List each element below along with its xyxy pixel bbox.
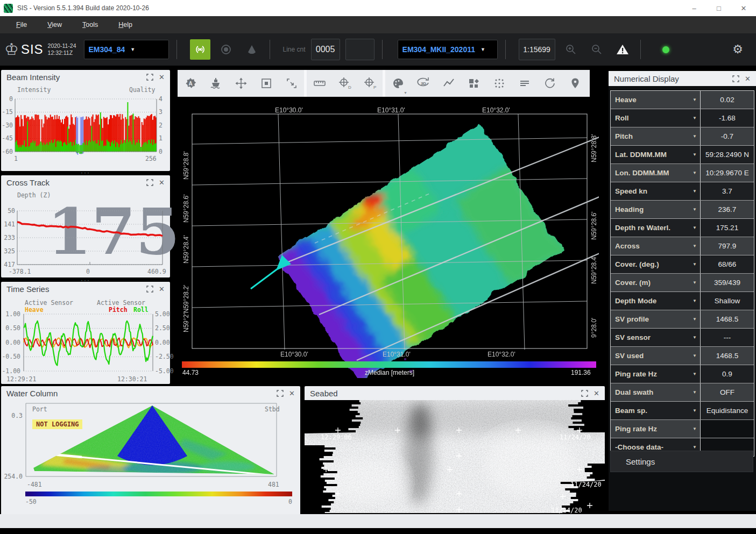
maximize-panel-icon[interactable] (146, 179, 153, 186)
date-label: 11/24/20 (570, 481, 602, 488)
maximize-panel-icon[interactable] (732, 75, 739, 82)
palette-button[interactable]: ▼ (385, 70, 411, 97)
numerical-row-selector[interactable]: Dual swath ▼ (611, 383, 701, 401)
svg-text:D: D (348, 85, 351, 90)
close-panel-icon[interactable]: ✕ (159, 74, 165, 81)
numerical-row-selector[interactable]: Roll ▼ (611, 109, 701, 127)
numerical-row: Dual swath ▼ OFF (611, 383, 754, 402)
maximize-panel-icon[interactable] (277, 390, 284, 397)
zoom-extent-icon (260, 77, 273, 90)
maximize-panel-icon[interactable] (146, 286, 153, 293)
pu-dropdown[interactable]: EM304_MKII_202011 ▼ (398, 40, 498, 59)
numerical-row-selector[interactable]: Cover. (m) ▼ (611, 274, 701, 291)
lines-list-button[interactable] (512, 70, 537, 97)
numerical-row-selector[interactable]: SV sensor ▼ (611, 329, 701, 346)
maximize-panel-icon[interactable] (146, 74, 153, 81)
numerical-row-selector[interactable]: Ping rate Hz ▼ (611, 420, 701, 438)
axis-tick: 0 (288, 498, 292, 505)
pan-button[interactable] (228, 70, 253, 97)
survey-dropdown[interactable]: EM304_84 ▼ (84, 40, 169, 59)
numerical-row-label: Lon. DDMM.MM (615, 169, 669, 177)
line-cnt-field[interactable]: 0005 (311, 39, 340, 60)
zoom-extent-button[interactable] (253, 70, 279, 97)
axis-tick: 325 (1, 247, 15, 255)
numerical-row-selector[interactable]: Cover. (deg.) ▼ (611, 255, 701, 273)
numerical-row-selector[interactable]: Depth Mode ▼ (611, 292, 701, 310)
point-cloud-icon (493, 77, 506, 90)
close-button[interactable]: ✕ (731, 0, 756, 16)
numerical-row-selector[interactable]: Pitch ▼ (611, 127, 701, 145)
point-cloud-button[interactable] (486, 70, 512, 97)
numerical-row-value: 1468.5 (701, 347, 754, 365)
settings-gear-icon[interactable]: ⚙ (732, 42, 743, 56)
maximize-button[interactable]: □ (706, 0, 731, 16)
numerical-row-label: Cover. (deg.) (615, 260, 659, 268)
pinging-button[interactable] (190, 39, 210, 60)
numerical-row-selector[interactable]: Speed kn ▼ (611, 182, 701, 200)
axis-tick: N59°28.8' (182, 152, 190, 180)
close-panel-icon[interactable]: ✕ (159, 179, 165, 186)
sound-speed-button[interactable] (242, 39, 262, 60)
numerical-row-selector[interactable]: Beam sp. ▼ (611, 402, 701, 419)
ship-icon (209, 77, 222, 90)
ship-view-button[interactable] (203, 70, 228, 97)
axis-tick: 141 (1, 220, 15, 228)
axis-tick: 0.3 (1, 412, 23, 419)
droplet-icon (245, 43, 258, 56)
geo-ref-d-button[interactable]: D (332, 70, 357, 97)
zoom-out-button[interactable] (587, 39, 607, 60)
numerical-row-label: Pitch (615, 132, 633, 140)
menu-tools[interactable]: Tools (78, 19, 102, 31)
numerical-row-value: -1.68 (701, 109, 754, 127)
panel-title: Water Column (6, 389, 58, 398)
water-column-fan (1, 400, 300, 502)
geo-ref-p-button[interactable]: P (357, 70, 383, 97)
close-panel-icon[interactable]: ✕ (745, 75, 751, 82)
ruler-button[interactable] (307, 70, 332, 97)
numerical-row-selector[interactable]: Ping rate Hz ▼ (611, 365, 701, 383)
axis-tick: -5.00 (155, 367, 174, 375)
layers-blocks-button[interactable] (461, 70, 486, 97)
numerical-row: SV profile ▼ 1468.5 (611, 310, 754, 329)
settings-button[interactable]: Settings (610, 451, 753, 472)
scale-field[interactable]: 1:15699 (519, 39, 555, 60)
numerical-row-selector[interactable]: SV used ▼ (611, 347, 701, 365)
numerical-row: Speed kn ▼ 3.7 (611, 182, 754, 201)
close-panel-icon[interactable]: ✕ (594, 390, 599, 397)
close-panel-icon[interactable]: ✕ (289, 390, 295, 397)
rotate-3d-button[interactable]: 3D (411, 70, 436, 97)
minimize-button[interactable]: – (682, 0, 706, 16)
numerical-row-value: 797.9 (701, 237, 754, 255)
refresh-button[interactable] (537, 70, 562, 97)
alerts-button[interactable] (612, 39, 633, 60)
axis-tick: 460.9 (147, 268, 166, 275)
zoom-window-button[interactable] (279, 70, 304, 97)
numerical-row-selector[interactable]: Heading ▼ (611, 201, 701, 218)
zoom-in-button[interactable] (561, 39, 581, 60)
numerical-row: SV sensor ▼ --- (611, 329, 754, 347)
menu-view[interactable]: View (43, 19, 66, 31)
menu-help[interactable]: Help (114, 19, 137, 31)
polyline-button[interactable] (436, 70, 461, 97)
axis-tick: 0 (86, 268, 90, 275)
numerical-row-selector[interactable]: Across ▼ (611, 237, 701, 255)
maximize-panel-icon[interactable] (581, 390, 588, 397)
numerical-row-selector[interactable]: Lon. DDMM.MM ▼ (611, 164, 701, 182)
ping-icon (194, 43, 207, 56)
auto-center-button[interactable]: A (178, 70, 203, 97)
numerical-row-selector[interactable]: Heave ▼ (611, 91, 701, 109)
numerical-row-selector[interactable]: Lat. DDMM.MM ▼ (611, 146, 701, 163)
status-led (662, 46, 669, 53)
numerical-row-label: SV profile (615, 315, 649, 323)
line-cnt-field-2[interactable] (345, 39, 375, 60)
close-panel-icon[interactable]: ✕ (159, 286, 165, 293)
location-pin-button[interactable] (562, 70, 588, 97)
logging-button[interactable] (216, 39, 236, 60)
geographical-view[interactable]: E10°30.0' E10°31.0' E10°32.0' E10°30.0' … (179, 102, 599, 378)
numerical-row-selector[interactable]: Depth re Waterl. ▼ (611, 219, 701, 237)
numerical-row-selector[interactable]: SV profile ▼ (611, 310, 701, 328)
ship-position-marker (251, 255, 291, 289)
axis-tick: 0 (159, 148, 162, 155)
numerical-row: Depth re Waterl. ▼ 175.21 (611, 219, 754, 237)
menu-file[interactable]: File (12, 19, 31, 31)
